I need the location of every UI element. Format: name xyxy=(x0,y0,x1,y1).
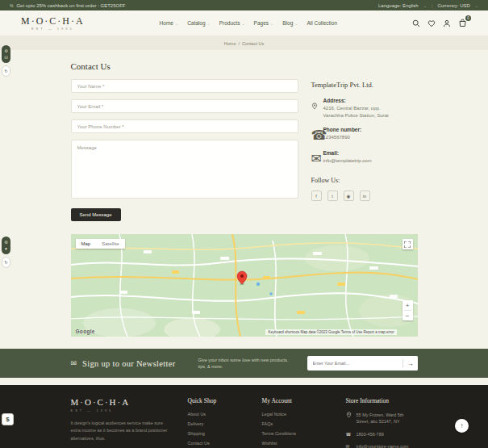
email-field[interactable] xyxy=(71,99,298,113)
map-attribution[interactable]: Keyboard shortcuts Map data ©2023 Google… xyxy=(265,329,396,335)
heart-icon: ♥ xyxy=(5,246,7,251)
announcement-bar: % Get upto 25% cashback on first order :… xyxy=(0,0,488,10)
location-pin-icon xyxy=(346,412,352,425)
footer: M·O·C·H·A EST — 1995 It design's logical… xyxy=(0,385,488,448)
footer-link-terms-conditions[interactable]: Terms Conditions xyxy=(262,431,330,436)
email-value[interactable]: info@templatetrip.com xyxy=(323,157,372,165)
address-line[interactable]: 4216, Central Bazzar, opp. xyxy=(323,105,389,112)
announcement-text: Get upto 25% cashback on first order : G… xyxy=(16,3,125,8)
nav-item-home[interactable]: Home⌄ xyxy=(160,20,179,26)
map-canvas xyxy=(71,234,418,337)
footer-heading-quick-shop: Quick Shop xyxy=(188,397,246,404)
footer-link-shipping[interactable]: Shipping xyxy=(188,431,246,436)
phone-value[interactable]: 1234567890 xyxy=(323,134,362,141)
language-selector[interactable]: Language: English xyxy=(378,3,419,8)
footer-about-text: It design's logical audiences service ma… xyxy=(71,420,172,442)
breadcrumb: Home / Contact Us xyxy=(0,36,488,50)
newsletter-title: Sign up to our Newsletter xyxy=(82,359,175,368)
cart-count-badge: 0 xyxy=(465,15,471,21)
cart-icon[interactable]: 0 xyxy=(458,19,467,27)
store-phone[interactable]: 1800-456-789 xyxy=(357,431,384,438)
zoom-in-button[interactable]: + xyxy=(402,300,413,310)
breadcrumb-separator: / xyxy=(238,41,240,46)
up-arrow-icon: ↑ xyxy=(461,422,464,429)
header: M·O·C·H·A EST — 1995 Home⌄ Catalog⌄ Prod… xyxy=(0,10,488,36)
fullscreen-button[interactable] xyxy=(402,239,413,249)
follow-us-label: Follow Us: xyxy=(311,177,418,184)
breadcrumb-home[interactable]: Home xyxy=(224,41,236,46)
theme-side-button-mid-secondary[interactable]: ↻ xyxy=(2,257,10,268)
wishlist-heart-icon[interactable] xyxy=(428,19,436,27)
theme-side-button-mid[interactable]: ⚙♥ xyxy=(2,237,10,254)
email-icon: ✉ xyxy=(311,150,319,166)
chevron-down-icon: ⌄ xyxy=(207,21,211,26)
footer-link-legal-notice[interactable]: Legal Notice xyxy=(262,412,330,417)
chevron-down-icon: ⌄ xyxy=(423,3,427,8)
footer-link-wishlist[interactable]: Wishlist xyxy=(262,441,330,446)
page-title: Contact Us xyxy=(71,61,418,71)
footer-heading-store-information: Store Information xyxy=(346,397,418,404)
map-zoom-control: + − xyxy=(402,300,413,320)
refresh-icon: ↻ xyxy=(4,69,7,73)
footer-logo-text: M·O·C·H·A xyxy=(71,397,172,407)
footer-link-contact-us[interactable]: Contact Us xyxy=(188,441,246,446)
nav-item-products[interactable]: Products⌄ xyxy=(219,20,245,26)
newsletter-email-input[interactable] xyxy=(307,361,402,366)
logo-subtext: EST — 1995 xyxy=(21,27,85,31)
nav-item-pages[interactable]: Pages⌄ xyxy=(254,20,274,26)
refresh-icon: ↻ xyxy=(4,260,7,265)
company-name: TemplateTrip Pvt. Ltd. xyxy=(311,81,418,89)
newsletter-submit-button[interactable]: → xyxy=(403,356,418,371)
satellite-view-button[interactable]: Satellite xyxy=(96,239,124,249)
store-email[interactable]: info@yourstore-name.com xyxy=(357,443,409,448)
theme-side-button-top-secondary[interactable]: ↻ xyxy=(2,65,10,77)
footer-logo[interactable]: M·O·C·H·A EST — 1995 xyxy=(71,397,172,412)
main-nav: Home⌄ Catalog⌄ Products⌄ Pages⌄ Blog⌄ Al… xyxy=(85,20,412,26)
phone-field[interactable] xyxy=(71,119,298,133)
chevron-down-icon: ⌄ xyxy=(270,21,273,26)
account-icon[interactable] xyxy=(443,19,451,27)
footer-heading-my-account: My Account xyxy=(262,397,330,404)
dollar-icon: $ xyxy=(6,416,9,423)
phone-icon: ☎ xyxy=(311,127,319,143)
nav-item-catalog[interactable]: Catalog⌄ xyxy=(187,20,211,26)
currency-widget-badge[interactable]: $ xyxy=(2,413,14,425)
zoom-out-button[interactable]: − xyxy=(402,311,413,320)
cart-icon: ⛁ xyxy=(4,55,7,60)
phone-label: Phone number: xyxy=(323,127,362,132)
contact-info-panel: TemplateTrip Pvt. Ltd. Address: 4216, Ce… xyxy=(311,79,418,221)
search-icon[interactable] xyxy=(412,19,420,27)
linkedin-icon[interactable]: in xyxy=(360,191,370,201)
instagram-icon[interactable]: ◉ xyxy=(344,191,354,201)
store-logo[interactable]: M·O·C·H·A EST — 1995 xyxy=(21,16,85,31)
breadcrumb-current: Contact Us xyxy=(242,41,264,46)
name-field[interactable] xyxy=(71,79,298,93)
google-map[interactable]: Map Satellite + − Google Keyboard shortc… xyxy=(71,234,418,337)
send-message-button[interactable]: Send Message xyxy=(71,208,121,221)
footer-logo-subtext: EST — 1995 xyxy=(71,408,172,412)
map-view-button[interactable]: Map xyxy=(76,239,97,249)
scroll-to-top-button[interactable]: ↑ xyxy=(455,419,469,433)
store-address: 55 My Frozen, Ward 5th Street, abc 52147… xyxy=(357,412,418,425)
spacer xyxy=(0,378,488,385)
footer-link-faqs[interactable]: FAQs xyxy=(262,421,330,426)
map-type-control: Map Satellite xyxy=(76,239,125,249)
contact-form: Send Message xyxy=(71,79,298,221)
nav-item-all-collection[interactable]: All Collection xyxy=(307,20,337,26)
nav-item-blog[interactable]: Blog⌄ xyxy=(282,20,298,26)
address-label: Address: xyxy=(323,98,389,103)
logo-text: M·O·C·H·A xyxy=(21,16,85,26)
chevron-down-icon: ⌄ xyxy=(294,21,298,26)
envelope-icon: ✉ xyxy=(71,359,77,367)
newsletter-subtitle: Give your inbox some love with new produ… xyxy=(198,357,293,371)
footer-link-about-us[interactable]: About Us xyxy=(188,412,246,417)
footer-link-delivery[interactable]: Delivery xyxy=(188,421,246,426)
address-line[interactable]: Varachha Police Station, Surat xyxy=(323,112,389,119)
theme-side-button-top[interactable]: ⚙⛁ xyxy=(2,45,10,63)
twitter-icon[interactable]: t xyxy=(327,191,338,201)
currency-selector[interactable]: Currency: USD xyxy=(437,3,469,8)
message-field[interactable] xyxy=(71,140,298,199)
facebook-icon[interactable]: f xyxy=(311,191,322,201)
gear-icon: ⚙ xyxy=(4,48,7,53)
chevron-down-icon: ⌄ xyxy=(175,21,178,26)
